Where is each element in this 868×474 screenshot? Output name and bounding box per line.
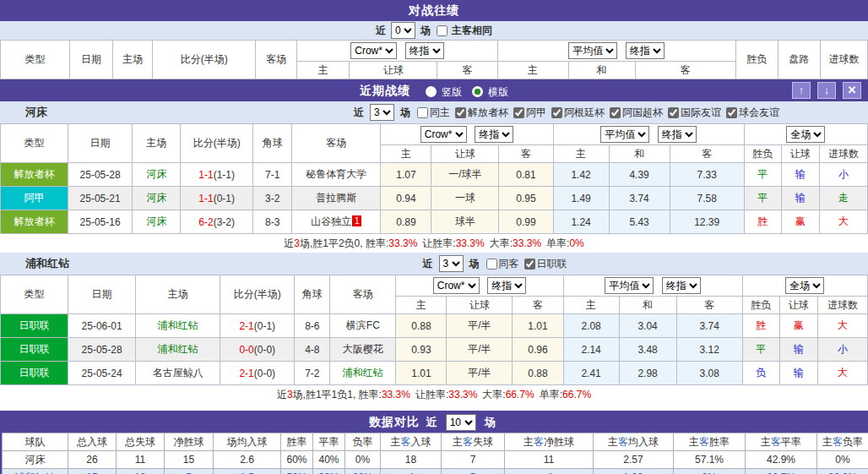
league-filter-primera[interactable]: 阿甲	[510, 106, 546, 120]
same-home-label: 同主	[430, 106, 450, 120]
odd-rate-value: 0%	[569, 237, 583, 249]
river-recent-count-select[interactable]: 3	[370, 104, 394, 121]
final-odds-select-2[interactable]: 终指	[626, 42, 665, 59]
handicap-result: 输	[779, 362, 817, 385]
match-row: 日职联 25-05-28 浦和红钻 0-0(0-0) 4-8 大阪樱花 0.93…	[1, 338, 868, 362]
close-button[interactable]: ✕	[843, 82, 861, 99]
league-checkbox[interactable]	[524, 259, 535, 270]
home-team: 浦和红钻	[136, 338, 220, 362]
league-checkbox[interactable]	[668, 107, 679, 118]
match-date: 25-05-28	[68, 338, 136, 362]
col-score-header: 比分(半场)	[153, 41, 256, 79]
col-win-rate-header: 胜率	[281, 433, 313, 451]
league-checkbox[interactable]	[551, 107, 562, 118]
move-down-button[interactable]: ↓	[817, 82, 836, 99]
league-checkbox[interactable]	[513, 107, 524, 118]
score-cell: 2-1(0-1)	[220, 314, 295, 338]
red-card-badge: 1	[352, 215, 361, 226]
match-row: 阿甲 25-05-21 河床 1-1(0-1) 3-2 普拉腾斯 0.94 一球…	[1, 187, 868, 210]
away-odds: 0.81	[499, 163, 553, 187]
col-date-header: 日期	[70, 41, 113, 79]
league-checkbox[interactable]	[455, 107, 466, 118]
sub-home2-header: 主	[497, 62, 568, 79]
stat-value: 26	[68, 451, 117, 469]
sub-handicap-header: 让球	[350, 62, 437, 79]
scope-group-header: 全场	[742, 275, 867, 297]
league-filter-club-friendly[interactable]: 球会友谊	[723, 106, 779, 120]
scope-select[interactable]: 全场	[785, 277, 824, 294]
avg-home-odds: 2.14	[563, 338, 619, 362]
col-result-header: 胜负	[735, 41, 778, 79]
halftime-score: (0-0)	[254, 368, 275, 379]
sub-draw-header: 和	[609, 145, 670, 163]
handicap-line: 平/半	[447, 314, 513, 338]
away-team: 秘鲁体育大学	[292, 163, 381, 187]
summary-text: 场,胜1平1负1, 胜率:	[293, 389, 382, 400]
stat-value: 11	[505, 451, 594, 469]
avg-group-header: 平均值 终指	[553, 124, 744, 145]
score-cell: 1-1(1-1)	[181, 163, 253, 187]
sub-home-header: 主	[396, 297, 447, 314]
horizontal-layout-radio[interactable]	[472, 86, 483, 97]
stat-value: 5	[442, 469, 505, 474]
final-odds-select[interactable]: 终指	[405, 42, 444, 59]
league-label: 阿根廷杯	[564, 106, 605, 120]
average-select[interactable]: 平均值	[568, 42, 617, 59]
comparison-section: 数据对比 近 10 场 球队 总入球 总失球 净胜球 场均入球 胜率 平率	[0, 411, 868, 474]
halftime-score: (1-1)	[214, 169, 235, 181]
same-away-checkbox[interactable]	[486, 259, 497, 270]
summary-text: 让胜率:	[415, 389, 448, 400]
league-filter-supercopa[interactable]: 阿国超杯	[606, 106, 663, 120]
league-filter-libertadores[interactable]: 解放者杯	[452, 106, 508, 120]
result: 平	[744, 163, 781, 187]
final-odds-select[interactable]: 终指	[487, 277, 526, 294]
stat-value: 15	[68, 469, 117, 474]
bookmaker-select[interactable]: Crow*	[420, 126, 467, 143]
col-ha-avg-goals-header: 主客均入球	[594, 433, 674, 451]
league-filter-jleague[interactable]: 日职联	[521, 257, 567, 271]
league-checkbox[interactable]	[726, 107, 737, 118]
same-home-away-checkbox[interactable]	[437, 25, 448, 36]
col-home-header: 主场	[133, 124, 181, 163]
col-ha-loss-rate-header: 主客负率	[817, 433, 868, 451]
h2h-header-bar: 对战往绩	[0, 0, 868, 21]
handicap-result: 赢	[781, 210, 819, 234]
sub-home2-header: 主	[553, 145, 609, 163]
final-odds-select-2[interactable]: 终指	[658, 126, 697, 143]
h2h-recent-count-select[interactable]: 0	[391, 22, 415, 39]
stat-value: 20%	[345, 469, 381, 474]
river-header-group-row: 类型 日期 主场 比分(半场) 角球 客场 Crow* 终指 平均值 终指 全场	[1, 124, 868, 145]
col-ha-win-rate-header: 主客胜率	[674, 433, 746, 451]
urawa-recent-count-select[interactable]: 3	[439, 255, 464, 272]
col-date-header: 日期	[68, 124, 133, 163]
sub-handicap-result-header: 让球	[781, 145, 819, 163]
move-up-button[interactable]: ↑	[792, 82, 811, 99]
average-select[interactable]: 平均值	[600, 126, 649, 143]
handicap-result: 赢	[779, 314, 817, 338]
river-results-table: 类型 日期 主场 比分(半场) 角球 客场 Crow* 终指 平均值 终指 全场	[0, 123, 868, 234]
odd-rate-value: 66.7%	[562, 389, 591, 400]
average-select[interactable]: 平均值	[605, 277, 654, 294]
league-filter-international-friendly[interactable]: 国际友谊	[665, 106, 721, 120]
league-checkbox[interactable]	[610, 107, 621, 118]
league-label: 日职联	[537, 257, 567, 271]
final-odds-select-2[interactable]: 终指	[662, 277, 701, 294]
league-filter-copa-argentina[interactable]: 阿根廷杯	[548, 106, 605, 120]
sub-away2-header: 客	[676, 297, 742, 314]
stat-value: 0%	[345, 451, 381, 469]
comparison-recent-count-select[interactable]: 10	[446, 414, 476, 431]
stat-value: 2.57	[594, 451, 674, 469]
vertical-layout-radio[interactable]	[426, 86, 437, 97]
col-score-header: 比分(半场)	[220, 275, 295, 314]
col-ha-goals-against-header: 主客失球	[442, 433, 505, 451]
col-team-header: 球队	[3, 433, 68, 451]
same-home-checkbox[interactable]	[417, 107, 428, 118]
final-odds-select[interactable]: 终指	[475, 126, 513, 143]
bookmaker-select[interactable]: Crow*	[350, 42, 397, 59]
urawa-team-name: 浦和红钻	[0, 256, 118, 271]
away-odds: 1.01	[513, 314, 563, 338]
home-team: 浦和红钻	[136, 314, 220, 338]
scope-select[interactable]: 全场	[786, 126, 825, 143]
goals-result: 小	[817, 338, 867, 362]
bookmaker-select[interactable]: Crow*	[433, 277, 480, 294]
